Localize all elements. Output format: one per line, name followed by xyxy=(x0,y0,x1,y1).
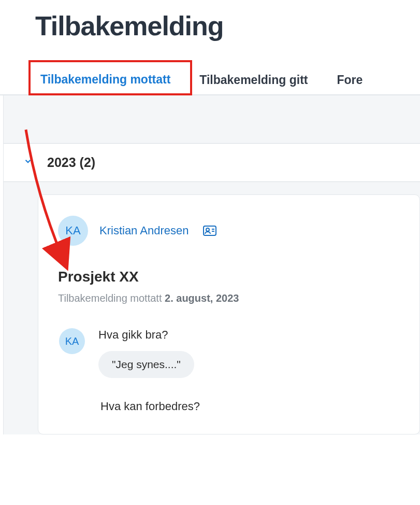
tabs-bar: Tilbakemelding mottatt Tilbakemelding gi… xyxy=(0,67,420,95)
year-label: 2023 (2) xyxy=(47,155,95,170)
tab-third[interactable]: Fore xyxy=(335,68,365,94)
tab-received[interactable]: Tilbakemelding mottatt xyxy=(38,67,172,95)
avatar: KA xyxy=(59,328,85,354)
meta-prefix: Tilbakemelding mottatt xyxy=(58,292,165,304)
question-text: Hva kan forbedres? xyxy=(100,400,403,413)
tab-given[interactable]: Tilbakemelding gitt xyxy=(197,68,310,94)
year-toggle[interactable]: 2023 (2) xyxy=(4,143,420,182)
chevron-down-icon xyxy=(23,157,33,169)
contact-card-icon[interactable] xyxy=(203,226,216,236)
answer-bubble: "Jeg synes...." xyxy=(98,351,194,378)
feedback-card: KA Kristian Andresen Prosjekt XX Tilbake… xyxy=(38,194,420,434)
author-link[interactable]: Kristian Andresen xyxy=(99,224,189,237)
qa-block: KA Hva gikk bra? "Jeg synes...." xyxy=(59,328,403,378)
author-row: KA Kristian Andresen xyxy=(58,216,403,246)
meta-line: Tilbakemelding mottatt 2. august, 2023 xyxy=(58,292,403,304)
avatar: KA xyxy=(58,216,88,246)
project-title: Prosjekt XX xyxy=(58,269,403,285)
content-area: 2023 (2) KA Kristian Andresen Prosjekt X… xyxy=(3,95,420,434)
page-title: Tilbakemelding xyxy=(35,10,420,41)
question-text: Hva gikk bra? xyxy=(98,328,403,342)
svg-point-1 xyxy=(206,228,209,231)
meta-date: 2. august, 2023 xyxy=(165,292,239,304)
